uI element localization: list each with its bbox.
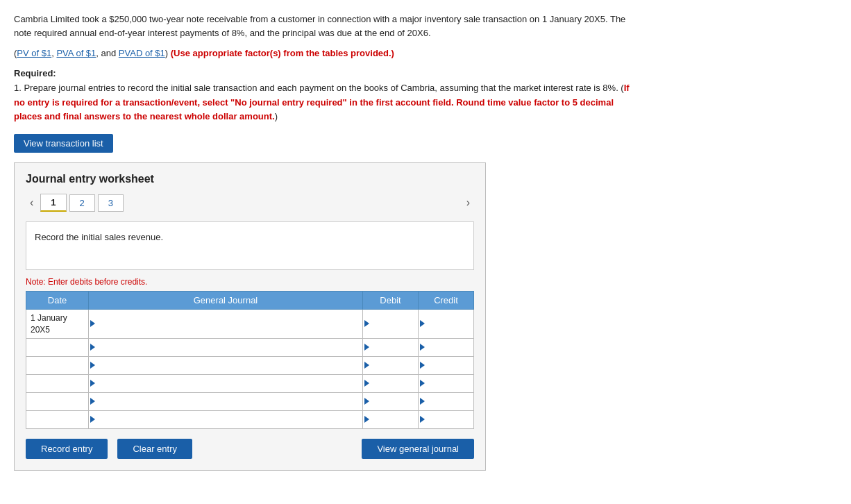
journal-input-3[interactable] — [89, 357, 362, 374]
prev-tab-button[interactable]: ‹ — [26, 195, 37, 210]
journal-input-1[interactable] — [89, 310, 362, 338]
date-cell-3 — [26, 356, 89, 374]
pvad-link[interactable]: PVAD of $1 — [119, 48, 165, 58]
next-tab-button[interactable]: › — [462, 195, 474, 210]
table-row — [26, 392, 474, 410]
debit-cell-1[interactable] — [363, 310, 419, 339]
credit-cell-3[interactable] — [419, 356, 474, 374]
table-row — [26, 338, 474, 356]
journal-cell-4[interactable] — [89, 374, 363, 392]
clear-entry-button[interactable]: Clear entry — [117, 439, 192, 459]
journal-cell-3[interactable] — [89, 356, 363, 374]
links-line: (PV of $1, PVA of $1, and PVAD of $1) (U… — [14, 48, 837, 58]
worksheet-container: Journal entry worksheet ‹ 1 2 3 › Record… — [14, 162, 486, 471]
pv-link[interactable]: PV of $1 — [17, 48, 51, 58]
col-credit-header: Credit — [419, 292, 474, 310]
debit-input-6[interactable] — [363, 411, 418, 428]
table-row — [26, 374, 474, 392]
worksheet-title: Journal entry worksheet — [26, 173, 474, 185]
credit-input-1[interactable] — [419, 310, 473, 338]
debit-cell-4[interactable] — [363, 374, 419, 392]
journal-input-4[interactable] — [89, 375, 362, 392]
required-section: Required: 1. Prepare journal entries to … — [14, 67, 639, 124]
debit-cell-6[interactable] — [363, 410, 419, 428]
debit-cell-3[interactable] — [363, 356, 419, 374]
table-row: 1 January20X5 — [26, 310, 474, 339]
journal-cell-2[interactable] — [89, 338, 363, 356]
record-entry-button[interactable]: Record entry — [26, 439, 108, 459]
required-label: Required: — [14, 68, 56, 78]
credit-input-2[interactable] — [419, 339, 473, 356]
credit-input-5[interactable] — [419, 393, 473, 410]
debit-cell-5[interactable] — [363, 392, 419, 410]
credit-cell-2[interactable] — [419, 338, 474, 356]
credit-cell-4[interactable] — [419, 374, 474, 392]
credit-cell-1[interactable] — [419, 310, 474, 339]
view-general-journal-button[interactable]: View general journal — [362, 439, 474, 459]
required-line1: 1. Prepare journal entries to record the… — [14, 83, 624, 93]
date-cell-5 — [26, 392, 89, 410]
credit-input-4[interactable] — [419, 375, 473, 392]
journal-cell-6[interactable] — [89, 410, 363, 428]
pva-link[interactable]: PVA of $1 — [56, 48, 96, 58]
table-row — [26, 410, 474, 428]
debit-input-1[interactable] — [363, 310, 418, 338]
debit-input-5[interactable] — [363, 393, 418, 410]
view-transaction-button[interactable]: View transaction list — [14, 134, 113, 153]
date-cell-1: 1 January20X5 — [26, 310, 89, 339]
table-instruction: (Use appropriate factor(s) from the tabl… — [171, 48, 394, 58]
journal-input-2[interactable] — [89, 339, 362, 356]
tab-navigation: ‹ 1 2 3 › — [26, 194, 474, 212]
col-debit-header: Debit — [363, 292, 419, 310]
debit-input-3[interactable] — [363, 357, 418, 374]
journal-input-5[interactable] — [89, 393, 362, 410]
instruction-box: Record the initial sales revenue. — [26, 221, 474, 270]
credit-input-3[interactable] — [419, 357, 473, 374]
col-date-header: Date — [26, 292, 89, 310]
table-row — [26, 356, 474, 374]
tab-2-button[interactable]: 2 — [69, 194, 95, 212]
journal-cell-5[interactable] — [89, 392, 363, 410]
credit-cell-5[interactable] — [419, 392, 474, 410]
button-row: Record entry Clear entry View general jo… — [26, 439, 474, 459]
tab-3-button[interactable]: 3 — [98, 194, 124, 212]
debit-input-2[interactable] — [363, 339, 418, 356]
date-cell-2 — [26, 338, 89, 356]
debit-input-4[interactable] — [363, 375, 418, 392]
date-cell-4 — [26, 374, 89, 392]
credit-input-6[interactable] — [419, 411, 473, 428]
intro-text: Cambria Limited took a $250,000 two-year… — [14, 12, 639, 40]
date-cell-6 — [26, 410, 89, 428]
credit-cell-6[interactable] — [419, 410, 474, 428]
tab-1-button[interactable]: 1 — [40, 194, 66, 212]
required-suffix: ) — [275, 111, 278, 121]
journal-input-6[interactable] — [89, 411, 362, 428]
note-text: Note: Enter debits before credits. — [26, 277, 474, 287]
journal-cell-1[interactable] — [89, 310, 363, 339]
journal-table: Date General Journal Debit Credit 1 Janu… — [26, 291, 474, 429]
instruction-text: Record the initial sales revenue. — [35, 232, 163, 242]
col-journal-header: General Journal — [89, 292, 363, 310]
debit-cell-2[interactable] — [363, 338, 419, 356]
